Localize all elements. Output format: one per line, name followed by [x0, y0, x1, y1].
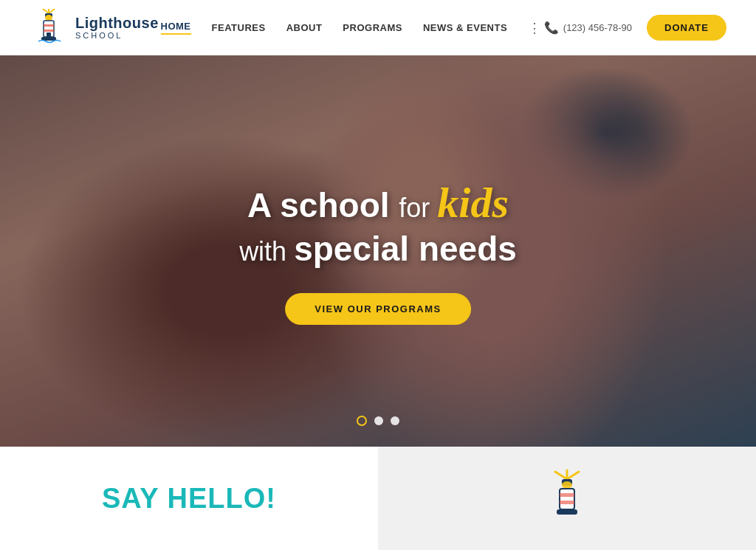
slider-dots [357, 416, 399, 426]
nav-about[interactable]: ABOUT [286, 22, 323, 33]
hero-text-with: with [239, 236, 294, 267]
svg-rect-15 [560, 489, 574, 509]
say-hello-text: SAY HELLO! [102, 483, 276, 515]
site-header: Lighthouse SCHOOL HOME FEATURES ABOUT PR… [0, 0, 756, 55]
svg-point-14 [562, 481, 572, 489]
hero-text-for-word: for [399, 193, 437, 223]
phone-number: (123) 456-78-90 [563, 22, 632, 33]
hero-content: A school for kids with special needs VIE… [239, 177, 517, 325]
slider-dot-3[interactable] [391, 416, 399, 425]
lighthouse-small-icon [537, 469, 597, 528]
hero-headline-line2: with special needs [239, 229, 517, 269]
logo[interactable]: Lighthouse SCHOOL [30, 9, 159, 47]
main-nav: HOME FEATURES ABOUT PROGRAMS NEWS & EVEN… [161, 20, 543, 36]
svg-rect-6 [44, 24, 54, 27]
view-programs-button[interactable]: VIEW OUR PROGRAMS [285, 293, 470, 325]
bottom-section: SAY HELLO! [0, 447, 756, 550]
svg-line-2 [49, 9, 55, 13]
nav-more-icon[interactable]: ⋮ [528, 20, 542, 36]
svg-rect-17 [560, 501, 574, 504]
hero-text-special-needs: special needs [294, 230, 517, 268]
donate-button[interactable]: DONATE [647, 15, 726, 41]
nav-features[interactable]: FEATURES [212, 22, 266, 33]
logo-sub: SCHOOL [75, 31, 159, 40]
svg-rect-8 [47, 32, 51, 37]
nav-home[interactable]: HOME [161, 21, 191, 35]
svg-rect-16 [560, 493, 574, 497]
lighthouse-icon-section [378, 447, 756, 550]
hero-text-kids: kids [437, 179, 509, 227]
logo-text: Lighthouse SCHOOL [75, 15, 159, 40]
svg-line-12 [567, 472, 579, 479]
logo-lighthouse-icon [30, 9, 68, 47]
svg-rect-18 [557, 509, 577, 515]
slider-dot-2[interactable] [374, 416, 383, 425]
phone-icon: 📞 [544, 21, 559, 35]
svg-rect-7 [44, 30, 54, 32]
hero-cta: VIEW OUR PROGRAMS [239, 293, 517, 325]
svg-line-10 [555, 472, 567, 479]
hero-section: A school for kids with special needs VIE… [0, 55, 756, 447]
logo-brand: Lighthouse [75, 15, 159, 31]
nav-programs[interactable]: PROGRAMS [343, 22, 402, 33]
svg-line-0 [43, 9, 49, 13]
phone-area[interactable]: 📞 (123) 456-78-90 [544, 21, 632, 35]
slider-dot-1[interactable] [357, 416, 367, 426]
hero-headline-line1: A school for kids [239, 177, 517, 229]
header-right: 📞 (123) 456-78-90 DONATE [544, 15, 726, 41]
hero-text-a-school: A school [247, 186, 399, 224]
nav-news-events[interactable]: NEWS & EVENTS [423, 22, 507, 33]
say-hello-section: SAY HELLO! [0, 447, 378, 550]
svg-point-4 [45, 15, 52, 21]
